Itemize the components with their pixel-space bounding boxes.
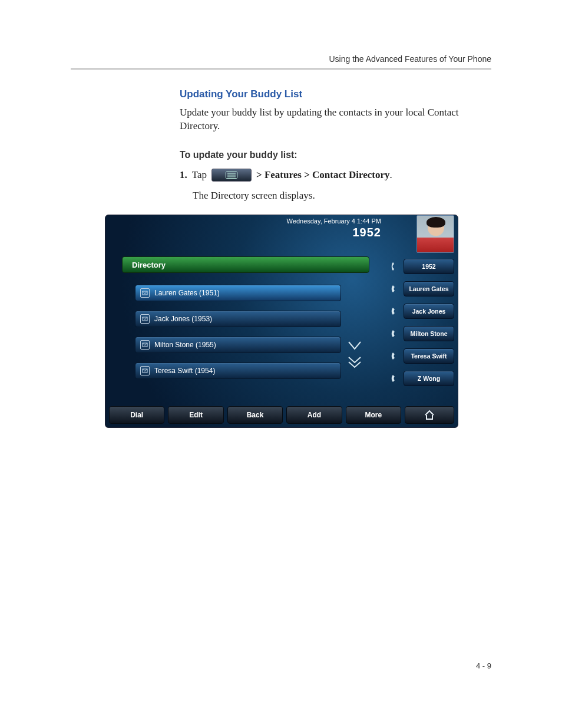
content: Updating Your Buddy List Update your bud… bbox=[180, 88, 491, 216]
contact-icon bbox=[140, 314, 150, 324]
directory-item[interactable]: Jack Jones (1953) bbox=[135, 311, 341, 327]
presence-icon bbox=[391, 373, 401, 384]
section-title: Updating Your Buddy List bbox=[180, 88, 491, 100]
line-key-row: Z Wong bbox=[391, 371, 454, 386]
page-number: 4 - 9 bbox=[476, 661, 491, 670]
presence-icon bbox=[391, 306, 401, 317]
line-key-row: Jack Jones bbox=[391, 304, 454, 319]
line-key[interactable]: 1952 bbox=[404, 259, 454, 274]
step-result: The Directory screen displays. bbox=[193, 190, 491, 202]
step-number: 1. bbox=[180, 169, 187, 181]
directory-item-label: Jack Jones (1953) bbox=[154, 315, 212, 323]
directory-item-label: Teresa Swift (1954) bbox=[154, 367, 215, 375]
directory-item-label: Lauren Gates (1951) bbox=[154, 289, 220, 297]
softkey-add[interactable]: Add bbox=[286, 406, 342, 424]
line-key[interactable]: Z Wong bbox=[404, 371, 454, 386]
softkey-more[interactable]: More bbox=[346, 406, 401, 424]
line-key[interactable]: Milton Stone bbox=[404, 326, 454, 341]
softkey-dial[interactable]: Dial bbox=[109, 406, 164, 424]
presence-icon bbox=[391, 284, 401, 294]
phone-datetime: Wednesday, February 4 1:44 PM bbox=[287, 218, 381, 225]
contact-icon bbox=[140, 340, 150, 350]
line-key[interactable]: Jack Jones bbox=[404, 304, 454, 319]
contact-icon bbox=[140, 366, 150, 375]
softkey-home[interactable] bbox=[405, 406, 454, 424]
line-key-row: 1952 bbox=[391, 259, 454, 274]
phone-screenshot: Wednesday, February 4 1:44 PM 1952 Direc… bbox=[105, 215, 458, 428]
directory-header: Directory bbox=[122, 256, 369, 273]
line-key-row: Milton Stone bbox=[391, 326, 454, 341]
nav-path: > Features > Contact Directory bbox=[256, 169, 389, 180]
running-header: Using the Advanced Features of Your Phon… bbox=[329, 54, 491, 64]
directory-item[interactable]: Milton Stone (1955) bbox=[135, 337, 341, 353]
softkey-edit[interactable]: Edit bbox=[168, 406, 223, 424]
menu-icon-button bbox=[211, 169, 252, 182]
line-key-row: Lauren Gates bbox=[391, 281, 454, 297]
chevron-double-down-icon[interactable] bbox=[347, 355, 362, 370]
directory-item-label: Milton Stone (1955) bbox=[154, 341, 216, 349]
line-key-row: Teresa Swift bbox=[391, 348, 454, 364]
avatar bbox=[416, 215, 454, 253]
phone-handset-icon bbox=[391, 261, 401, 272]
presence-icon bbox=[391, 351, 401, 361]
line-key[interactable]: Teresa Swift bbox=[404, 348, 454, 364]
directory-header-label: Directory bbox=[132, 261, 166, 269]
line-key[interactable]: Lauren Gates bbox=[404, 281, 454, 297]
intro-text: Update your buddy list by updating the c… bbox=[180, 106, 491, 133]
phone-extension: 1952 bbox=[287, 226, 381, 239]
home-icon bbox=[424, 410, 435, 420]
step-verb: Tap bbox=[192, 169, 207, 181]
line-keys: 1952 Lauren Gates Jack Jones Milton Ston… bbox=[391, 259, 454, 386]
chevron-down-icon[interactable] bbox=[347, 340, 362, 352]
scroll-arrows bbox=[347, 340, 362, 373]
phone-topbar: Wednesday, February 4 1:44 PM 1952 bbox=[287, 218, 381, 239]
step-1: 1. Tap > Features > Contact Directory. bbox=[180, 169, 491, 182]
softkey-back[interactable]: Back bbox=[227, 406, 283, 424]
subhead: To update your buddy list: bbox=[180, 150, 491, 160]
menu-icon bbox=[226, 172, 237, 179]
header-divider bbox=[71, 68, 491, 70]
nav-path-trail: . bbox=[389, 169, 392, 180]
presence-icon bbox=[391, 328, 401, 339]
softkeys: Dial Edit Back Add More bbox=[109, 406, 454, 424]
directory-item[interactable]: Lauren Gates (1951) bbox=[135, 285, 341, 301]
contact-icon bbox=[140, 288, 150, 298]
directory-item[interactable]: Teresa Swift (1954) bbox=[135, 363, 341, 379]
